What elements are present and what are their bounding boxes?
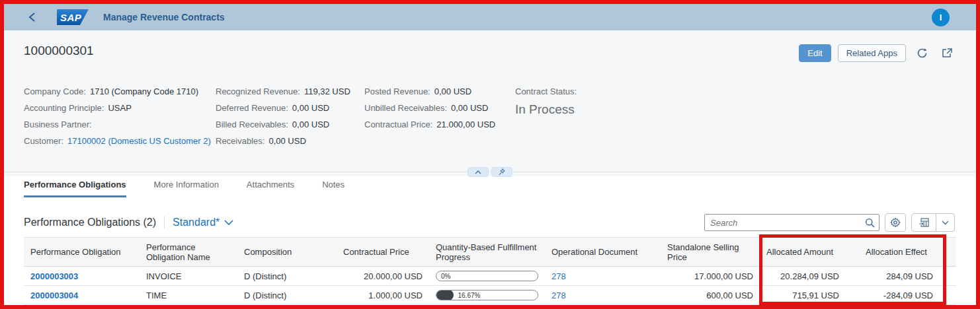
export-split-button (911, 213, 955, 232)
app-frame: SAP Manage Revenue Contracts I 100000030… (0, 0, 980, 309)
object-page-header: 1000000301 Edit Related Apps Company Cod… (4, 30, 976, 167)
attr-customer: Customer:17100002 (Domestic US Customer … (24, 133, 216, 149)
performance-obligation-link[interactable]: 2000003004 (30, 291, 78, 300)
performance-obligations-section: Performance Obligations (2) Standard* (4, 197, 976, 305)
col-composition[interactable]: Composition (237, 238, 337, 267)
collapse-header-button[interactable] (468, 167, 489, 177)
cell-allocated-amount: 20.284,09 USD (760, 267, 859, 286)
cell-allocation-effect: -284,09 USD (859, 286, 956, 305)
cell-name: TIME (140, 286, 237, 305)
col-operational-document[interactable]: Operational Document (545, 238, 661, 267)
header-collapse-row (4, 167, 976, 176)
attr-receivables: Receivables:0,00 USD (216, 133, 364, 149)
attr-company-code: Company Code:1710 (Company Code 1710) (24, 83, 216, 100)
operational-document-link[interactable]: 278 (551, 291, 566, 300)
col-allocation-effect[interactable]: Allocation Effect (859, 238, 956, 267)
table-row[interactable]: 2000003003 INVOICE D (Distinct) 20.000,0… (24, 267, 956, 286)
customer-link[interactable]: 17100002 (Domestic US Customer 2) (67, 136, 211, 146)
section-tabs: Performance Obligations More Information… (4, 176, 976, 197)
attr-posted-revenue: Posted Revenue:0,00 USD (364, 83, 515, 100)
edit-button[interactable]: Edit (799, 44, 831, 62)
cell-standalone-selling-price: 17.000,00 USD (661, 267, 760, 286)
table-toolbar: Performance Obligations (2) Standard* (4, 197, 976, 233)
tab-attachments[interactable]: Attachments (247, 180, 294, 197)
col-performance-obligation[interactable]: Performance Obligation (24, 238, 140, 267)
sap-logo: SAP (57, 9, 89, 25)
search-icon[interactable] (865, 218, 875, 228)
table-title: Performance Obligations (2) (24, 217, 156, 228)
performance-obligations-table: Performance Obligation Performance Oblig… (24, 237, 956, 305)
tab-performance-obligations[interactable]: Performance Obligations (24, 180, 126, 197)
export-menu-arrow[interactable] (936, 214, 954, 231)
refresh-icon[interactable] (913, 44, 931, 62)
attr-contractual-price: Contractual Price:21.000,00 USD (364, 116, 515, 133)
export-button[interactable] (912, 214, 936, 231)
table-row[interactable]: 2000003004 TIME D (Distinct) 1.000,00 US… (24, 286, 956, 305)
object-id-title: 1000000301 (24, 44, 94, 58)
cell-composition: D (Distinct) (237, 267, 337, 286)
progress-label: 16.67% (458, 292, 481, 299)
col-contractual-price[interactable]: Contractual Price (337, 238, 429, 267)
chevron-down-icon (942, 221, 949, 225)
operational-document-link[interactable]: 278 (551, 271, 566, 281)
share-icon[interactable] (938, 44, 956, 62)
export-spreadsheet-icon (919, 217, 930, 228)
app-title: Manage Revenue Contracts (103, 12, 225, 22)
gear-icon (890, 217, 901, 228)
progress-label: 0% (441, 273, 450, 280)
cell-standalone-selling-price: 600,00 USD (661, 286, 760, 305)
related-apps-button[interactable]: Related Apps (838, 44, 906, 62)
attr-business-partner: Business Partner: (24, 116, 216, 133)
cell-name: INVOICE (140, 267, 237, 286)
col-fulfillment-progress[interactable]: Quantity-Based Fulfillment Progress (429, 238, 545, 267)
attr-contract-status: Contract Status: In Process (515, 83, 577, 149)
contract-status-value: In Process (515, 102, 577, 117)
sap-logo-text: SAP (60, 12, 81, 23)
col-performance-obligation-name[interactable]: Performance Obligation Name (140, 238, 237, 267)
shell-bar: SAP Manage Revenue Contracts I (4, 4, 976, 30)
table-header-row: Performance Obligation Performance Oblig… (24, 238, 956, 267)
search-input[interactable] (710, 218, 865, 228)
cell-composition: D (Distinct) (237, 286, 337, 305)
attr-recognized-revenue: Recognized Revenue:119,32 USD (216, 83, 364, 100)
fulfillment-progress-bar: 0% (436, 271, 538, 281)
search-field[interactable] (704, 214, 879, 231)
pin-header-button[interactable] (491, 167, 512, 177)
chevron-down-icon (224, 220, 233, 225)
tab-notes[interactable]: Notes (322, 180, 345, 197)
col-allocated-amount[interactable]: Allocated Amount (760, 238, 859, 267)
cell-allocation-effect: 284,09 USD (859, 267, 956, 286)
cell-contractual-price: 1.000,00 USD (337, 286, 429, 305)
cell-contractual-price: 20.000,00 USD (337, 267, 429, 286)
back-button[interactable] (22, 8, 41, 26)
attr-billed-receivables: Billed Receivables:0,00 USD (216, 116, 364, 133)
header-attributes: Company Code:1710 (Company Code 1710) Ac… (24, 83, 956, 149)
cell-allocated-amount: 715,91 USD (760, 286, 859, 305)
attr-accounting-principle: Accounting Principle:USAP (24, 100, 216, 116)
tab-more-information[interactable]: More Information (154, 180, 219, 197)
col-standalone-selling-price[interactable]: Standalone Selling Price (661, 238, 760, 267)
user-avatar[interactable]: I (932, 9, 950, 26)
attr-unbilled-receivables: Unbilled Receivables:0,00 USD (364, 100, 515, 116)
attr-deferred-revenue: Deferred Revenue:0,00 USD (216, 100, 364, 116)
performance-obligation-link[interactable]: 2000003003 (30, 271, 78, 281)
view-selector[interactable]: Standard* (173, 217, 233, 228)
fulfillment-progress-bar: 16.67% (436, 290, 538, 300)
table-settings-button[interactable] (885, 213, 906, 232)
